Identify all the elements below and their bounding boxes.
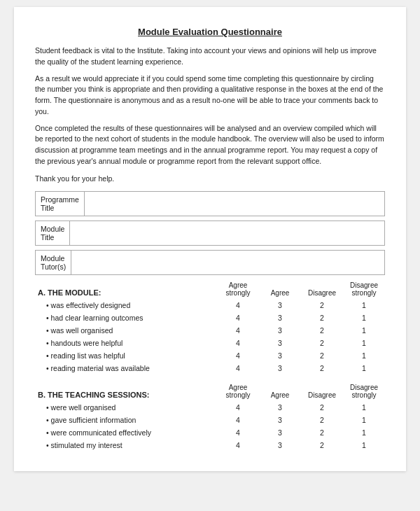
item-label: were well organised — [35, 401, 217, 414]
score-3: 3 — [259, 426, 301, 439]
section-b-table: B. THE TEACHING SESSIONS: Agree strongly… — [35, 382, 385, 451]
score-2: 2 — [301, 337, 343, 349]
item-label: was well organised — [35, 324, 217, 337]
disagree-strongly-header: Disagree strongly — [343, 279, 385, 299]
score-3: 3 — [259, 362, 301, 374]
score-1: 1 — [343, 299, 385, 312]
item-label: gave sufficient information — [35, 414, 217, 426]
item-label: reading list was helpful — [35, 349, 217, 362]
agree-strongly-header-b: Agree strongly — [217, 382, 259, 401]
score-1: 1 — [343, 414, 385, 426]
score-4: 4 — [217, 414, 259, 426]
module-title-field: Module Title — [35, 220, 385, 246]
score-2: 2 — [301, 414, 343, 426]
score-4: 4 — [217, 426, 259, 439]
score-3: 3 — [259, 414, 301, 426]
disagree-header: Disagree — [301, 279, 343, 299]
programme-title-field: Programme Title — [35, 191, 385, 216]
score-4: 4 — [217, 401, 259, 414]
score-1: 1 — [343, 362, 385, 374]
score-1: 1 — [343, 401, 385, 414]
intro-para-3: Once completed the results of these ques… — [35, 123, 385, 167]
score-4: 4 — [217, 439, 259, 451]
table-row: handouts were helpful 4 3 2 1 — [35, 337, 385, 349]
module-title-label: Module Title — [36, 220, 70, 245]
intro-para-2: As a result we would appreciate it if yo… — [35, 74, 385, 118]
page: Module Evaluation Questionnaire Student … — [14, 7, 406, 471]
score-2: 2 — [301, 439, 343, 451]
item-label: were communicated effectively — [35, 426, 217, 439]
score-3: 3 — [259, 401, 301, 414]
score-3: 3 — [259, 439, 301, 451]
section-a-title: A. THE MODULE: — [38, 288, 101, 297]
score-1: 1 — [343, 312, 385, 324]
table-row: gave sufficient information 4 3 2 1 — [35, 414, 385, 426]
table-row: was well organised 4 3 2 1 — [35, 324, 385, 337]
score-4: 4 — [217, 324, 259, 337]
item-label: handouts were helpful — [35, 337, 217, 349]
disagree-header-b: Disagree — [301, 382, 343, 401]
score-3: 3 — [259, 324, 301, 337]
score-4: 4 — [217, 337, 259, 349]
table-row: was effectively designed 4 3 2 1 — [35, 299, 385, 312]
module-tutor-field: Module Tutor(s) — [35, 250, 385, 275]
intro-para-1: Student feedback is vital to the Institu… — [35, 46, 385, 68]
score-2: 2 — [301, 324, 343, 337]
table-row: reading material was available 4 3 2 1 — [35, 362, 385, 374]
score-2: 2 — [301, 362, 343, 374]
score-2: 2 — [301, 299, 343, 312]
thank-you-text: Thank you for your help. — [35, 174, 385, 183]
score-4: 4 — [217, 299, 259, 312]
item-label: was effectively designed — [35, 299, 217, 312]
programme-title-label: Programme Title — [36, 191, 85, 216]
module-title-value[interactable] — [70, 220, 385, 245]
module-tutor-value[interactable] — [71, 250, 385, 274]
disagree-strongly-header-b: Disagree strongly — [343, 382, 385, 401]
item-label: stimulated my interest — [35, 439, 217, 451]
score-4: 4 — [217, 349, 259, 362]
score-4: 4 — [217, 312, 259, 324]
score-1: 1 — [343, 426, 385, 439]
score-2: 2 — [301, 312, 343, 324]
page-title: Module Evaluation Questionnaire — [35, 27, 385, 37]
score-1: 1 — [343, 439, 385, 451]
score-3: 3 — [259, 312, 301, 324]
score-2: 2 — [301, 426, 343, 439]
module-tutor-label: Module Tutor(s) — [36, 250, 71, 274]
table-row: were well organised 4 3 2 1 — [35, 401, 385, 414]
table-row: had clear learning outcomes 4 3 2 1 — [35, 312, 385, 324]
programme-title-value[interactable] — [84, 191, 384, 216]
score-1: 1 — [343, 349, 385, 362]
agree-header: Agree — [259, 279, 301, 299]
score-3: 3 — [259, 337, 301, 349]
score-3: 3 — [259, 349, 301, 362]
score-1: 1 — [343, 324, 385, 337]
section-b-title: B. THE TEACHING SESSIONS: — [38, 391, 150, 399]
table-row: stimulated my interest 4 3 2 1 — [35, 439, 385, 451]
agree-header-b: Agree — [259, 382, 301, 401]
section-a-table: A. THE MODULE: Agree strongly Agree Disa… — [35, 279, 385, 374]
score-3: 3 — [259, 299, 301, 312]
table-row: were communicated effectively 4 3 2 1 — [35, 426, 385, 439]
score-2: 2 — [301, 349, 343, 362]
score-1: 1 — [343, 337, 385, 349]
item-label: had clear learning outcomes — [35, 312, 217, 324]
item-label: reading material was available — [35, 362, 217, 374]
table-row: reading list was helpful 4 3 2 1 — [35, 349, 385, 362]
agree-strongly-header: Agree strongly — [217, 279, 259, 299]
score-4: 4 — [217, 362, 259, 374]
score-2: 2 — [301, 401, 343, 414]
